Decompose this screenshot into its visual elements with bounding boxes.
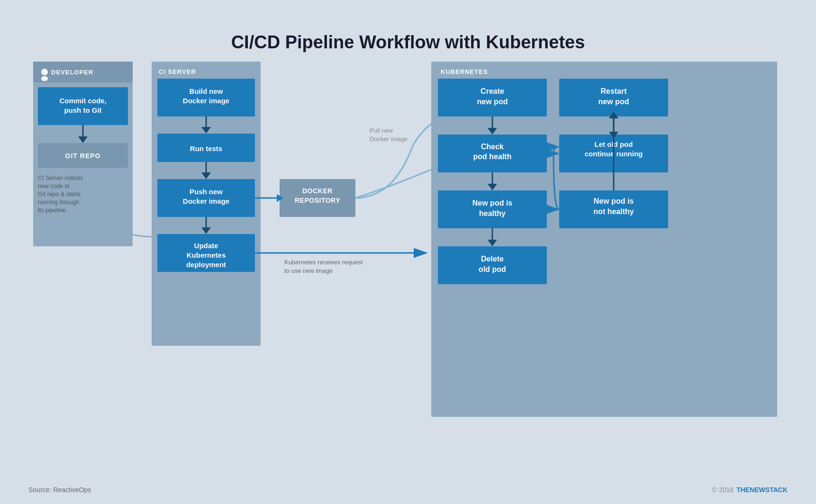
svg-text:New pod is: New pod is	[472, 199, 513, 207]
svg-text:Kubernetes receives request: Kubernetes receives request	[284, 259, 363, 266]
svg-text:Check: Check	[481, 143, 504, 151]
svg-text:healthy: healthy	[479, 209, 506, 217]
svg-text:Docker image: Docker image	[183, 97, 229, 105]
svg-text:Pull new: Pull new	[370, 127, 393, 134]
svg-text:REPOSITORY: REPOSITORY	[295, 197, 340, 204]
svg-text:GIT REPO: GIT REPO	[65, 152, 101, 160]
svg-text:KUBERNETES: KUBERNETES	[441, 68, 488, 75]
svg-text:Build new: Build new	[190, 87, 223, 95]
svg-text:not healthy: not healthy	[593, 207, 634, 216]
svg-text:new pod: new pod	[477, 98, 508, 106]
svg-text:Delete: Delete	[481, 255, 504, 263]
svg-text:Docker image: Docker image	[183, 197, 229, 205]
svg-text:Git repo & starts: Git repo & starts	[38, 191, 81, 198]
svg-text:Docker image: Docker image	[370, 135, 408, 143]
svg-rect-3	[41, 76, 48, 81]
svg-text:DOCKER: DOCKER	[302, 187, 333, 195]
svg-text:to use new image: to use new image	[284, 267, 333, 274]
svg-text:new code in: new code in	[38, 183, 70, 189]
svg-text:Create: Create	[481, 87, 504, 95]
svg-text:push to Git: push to Git	[64, 106, 101, 114]
svg-text:CI Server notices: CI Server notices	[38, 175, 83, 181]
brand-text: THENEWSTACK	[736, 486, 788, 494]
svg-point-2	[41, 69, 48, 75]
svg-text:deployment: deployment	[186, 261, 226, 269]
svg-text:Update: Update	[194, 242, 218, 250]
svg-text:old pod: old pod	[479, 265, 506, 273]
copyright-text: © 2018	[712, 486, 734, 494]
svg-text:New pod is: New pod is	[594, 197, 634, 205]
svg-text:Run tests: Run tests	[190, 144, 222, 153]
svg-text:Commit code,: Commit code,	[59, 97, 106, 105]
svg-text:Push new: Push new	[190, 188, 223, 196]
svg-text:new pod: new pod	[598, 98, 629, 106]
svg-text:Kubernetes: Kubernetes	[187, 251, 226, 259]
svg-text:its pipeline.: its pipeline.	[38, 207, 68, 214]
svg-text:pod health: pod health	[473, 153, 512, 161]
page-title: CI/CD Pipeline Workflow with Kubernetes	[0, 32, 816, 53]
svg-text:running through: running through	[38, 199, 80, 206]
source-text: Source: ReactiveOps	[28, 486, 91, 494]
svg-text:DEVELOPER: DEVELOPER	[51, 69, 93, 76]
svg-text:CI SERVER: CI SERVER	[159, 68, 196, 75]
svg-text:Restart: Restart	[600, 87, 627, 95]
